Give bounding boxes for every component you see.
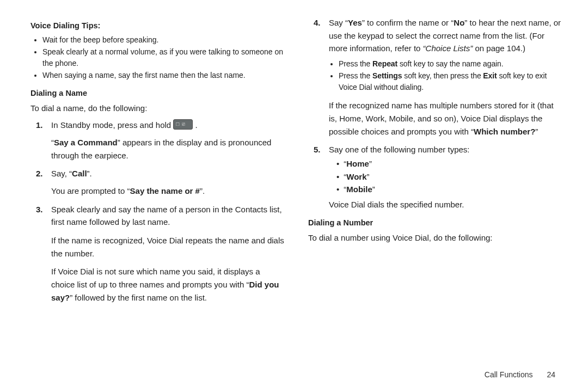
text: ” to confirm the name or “ (362, 18, 454, 27)
number-types-list: “Home” “Work” “Mobile” (329, 157, 563, 196)
heading-dialing-a-number: Dialing a Number (308, 217, 563, 229)
bold-text: Yes (348, 18, 362, 27)
bold-text: Mobile (346, 185, 372, 194)
text: Press the (339, 71, 372, 80)
dial-name-steps-continued: Say “Yes” to confirm the name or “No” to… (308, 16, 563, 211)
bold-text: Say a Command (54, 138, 118, 147)
bold-text: Call (72, 169, 87, 178)
left-column: Voice Dialing Tips: Wait for the beep be… (30, 16, 285, 365)
text: Say “ (329, 18, 348, 27)
dial-name-intro: To dial a name, do the following: (30, 102, 285, 115)
step-paragraph: If the recognized name has multiple numb… (329, 99, 563, 138)
list-item: “Mobile” (336, 183, 563, 196)
text: Press the (339, 59, 372, 68)
step-2: Say, “Call”. You are prompted to “Say th… (51, 167, 285, 197)
italic-text: “Choice Lists” (423, 44, 473, 53)
text: ”. (87, 169, 92, 178)
text: If Voice Dial is not sure which name you… (51, 267, 260, 289)
tip-item: Wait for the beep before speaking. (42, 34, 285, 46)
text: ” followed by the first name on the list… (70, 293, 207, 302)
right-column: Say “Yes” to confirm the name or “No” to… (308, 16, 563, 365)
step-paragraph: “Say a Command” appears in the display a… (51, 136, 285, 162)
bold-text: Work (346, 172, 366, 181)
bold-text: Settings (372, 71, 402, 80)
bold-text: Repeat (372, 59, 397, 68)
list-item: “Work” (336, 170, 563, 183)
heading-dialing-a-name: Dialing a Name (30, 87, 285, 100)
step-1: In Standby mode, press and hold . “Say a… (51, 119, 285, 162)
step-paragraph: Say “Yes” to confirm the name or “No” to… (329, 16, 563, 55)
tips-list: Wait for the beep before speaking. Speak… (30, 34, 285, 82)
text: soft key, then press the (402, 71, 483, 80)
tip-item: When saying a name, say the first name t… (42, 70, 285, 82)
bold-text: No (454, 18, 464, 27)
bold-text: Which number? (474, 127, 535, 136)
step-text: In Standby mode, press and hold (51, 120, 173, 130)
text: ”. (200, 186, 205, 195)
step-5: Say one of the following number types: “… (329, 143, 563, 211)
bold-text: Home (346, 159, 369, 168)
text: soft key to say the name again. (397, 59, 503, 68)
step-paragraph: Say one of the following number types: (329, 143, 563, 156)
text: on page 104.) (473, 44, 525, 53)
text: ” (535, 127, 538, 136)
dial-number-intro: To dial a number using Voice Dial, do th… (308, 231, 563, 244)
step4-sublist: Press the Repeat soft key to say the nam… (329, 58, 563, 94)
manual-page: Voice Dialing Tips: Wait for the beep be… (0, 0, 588, 370)
step-paragraph: If the name is recognized, Voice Dial re… (51, 234, 285, 260)
voice-key-icon (173, 119, 193, 130)
bold-text: Say the name or # (130, 186, 200, 195)
heading-voice-dialing-tips: Voice Dialing Tips: (30, 20, 285, 32)
step-3: Speak clearly and say the name of a pers… (51, 203, 285, 304)
sub-item: Press the Settings soft key, then press … (339, 70, 563, 94)
sub-item: Press the Repeat soft key to say the nam… (339, 58, 563, 70)
page-footer: Call Functions 24 (485, 370, 555, 379)
step-paragraph: Voice Dial dials the specified number. (329, 198, 563, 211)
step-paragraph: You are prompted to “Say the name or #”. (51, 185, 285, 198)
step-paragraph: If Voice Dial is not sure which name you… (51, 265, 285, 304)
footer-page-number: 24 (547, 370, 555, 379)
step-4: Say “Yes” to confirm the name or “No” to… (329, 16, 563, 138)
tip-item: Speak clearly at a normal volume, as if … (42, 46, 285, 70)
list-item: “Home” (336, 157, 563, 170)
footer-section: Call Functions (485, 370, 533, 379)
bold-text: Exit (483, 71, 497, 80)
step-paragraph: Speak clearly and say the name of a pers… (51, 203, 285, 229)
text: Say, “ (51, 169, 72, 178)
text: You are prompted to “ (51, 186, 130, 195)
dial-name-steps: In Standby mode, press and hold . “Say a… (30, 119, 285, 304)
step-text: . (193, 120, 197, 130)
